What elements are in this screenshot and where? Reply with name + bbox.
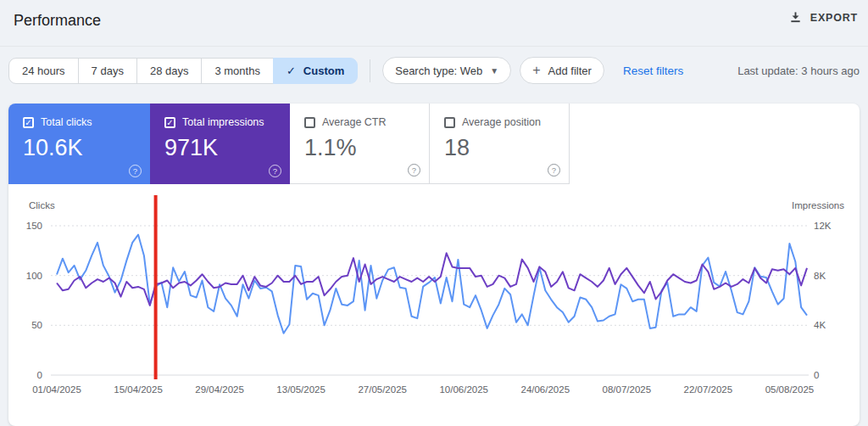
left-axis-tick: 0	[8, 370, 42, 380]
date-range-custom[interactable]: ✓ Custom	[273, 58, 358, 84]
date-range-3-months[interactable]: 3 months	[201, 58, 273, 84]
last-update-text: Last update: 3 hours ago	[737, 64, 860, 77]
date-range-28-days[interactable]: 28 days	[136, 58, 203, 84]
right-axis-tick: 8K	[814, 271, 851, 281]
right-axis-tick: 12K	[814, 221, 851, 231]
add-filter-button[interactable]: + Add filter	[520, 57, 604, 84]
reset-filters-link[interactable]: Reset filters	[623, 64, 683, 77]
left-axis-tick: 50	[8, 320, 42, 330]
header-divider	[0, 46, 868, 47]
date-range-24-hours[interactable]: 24 hours	[8, 58, 79, 84]
x-axis-tick: 15/04/2025	[100, 384, 176, 395]
date-range-7-days[interactable]: 7 days	[78, 58, 137, 84]
left-axis-title: Clicks	[29, 200, 55, 210]
x-axis-tick: 29/04/2025	[181, 384, 258, 395]
filter-bar: 24 hours 7 days 28 days 3 months ✓ Custo…	[8, 56, 860, 85]
page-title: Performance	[14, 12, 101, 30]
right-axis-tick: 0	[814, 370, 851, 380]
checkmark-icon: ✓	[287, 64, 296, 77]
x-axis-tick: 05/08/2025	[751, 384, 827, 395]
x-axis-tick: 24/06/2025	[507, 384, 583, 395]
search-console-performance-page: Performance EXPORT 24 hours 7 days 28 da…	[0, 0, 868, 426]
filter-divider	[370, 59, 370, 82]
x-axis-tick: 13/05/2025	[263, 384, 339, 395]
left-axis-tick: 100	[8, 271, 42, 281]
x-axis-tick: 27/05/2025	[344, 384, 420, 395]
plus-icon: +	[532, 64, 540, 77]
right-axis-tick: 4K	[814, 320, 851, 330]
date-range-selector: 24 hours 7 days 28 days 3 months ✓ Custo…	[8, 58, 358, 84]
download-icon	[789, 11, 802, 24]
x-axis-tick: 22/07/2025	[670, 384, 746, 395]
x-axis-tick: 10/06/2025	[426, 384, 502, 395]
export-label: EXPORT	[810, 12, 858, 24]
x-axis-tick: 08/07/2025	[588, 384, 665, 395]
chevron-down-icon: ▼	[490, 66, 498, 76]
right-axis-title: Impressions	[792, 200, 844, 210]
export-button[interactable]: EXPORT	[789, 11, 858, 24]
left-axis-tick: 150	[8, 221, 42, 231]
performance-chart[interactable]	[8, 104, 860, 426]
performance-panel: ✓ Total clicks 10.6K ? ✓ Total impressio…	[8, 104, 860, 426]
x-axis-tick: 01/04/2025	[19, 384, 95, 395]
search-type-dropdown[interactable]: Search type: Web ▼	[382, 57, 511, 84]
